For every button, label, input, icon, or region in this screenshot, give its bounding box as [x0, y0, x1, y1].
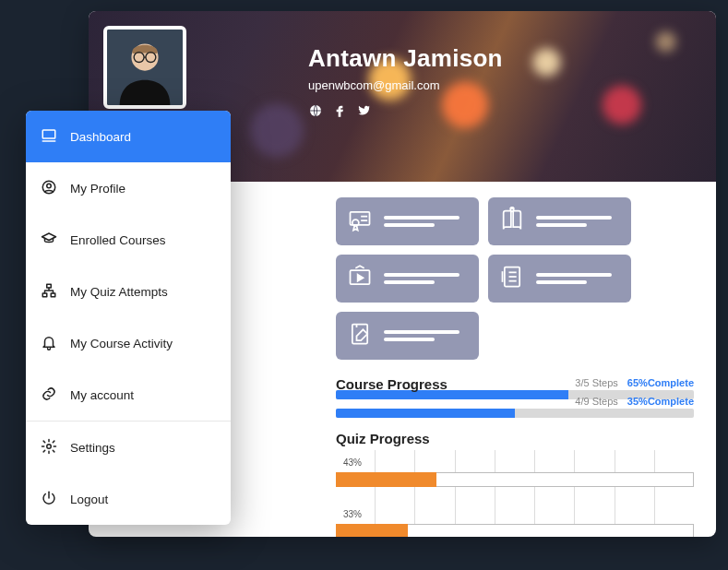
sidebar-item-label: Logout [70, 493, 108, 506]
steps-label: 3/5 Steps [575, 377, 617, 388]
main-content: Course Progress 3/5 Steps65%Complete4/9 … [328, 186, 701, 537]
sidebar-item-label: My Quiz Attempts [70, 285, 168, 299]
gear-icon [41, 438, 57, 457]
svg-point-20 [47, 184, 52, 188]
certificate-icon [347, 207, 373, 236]
facebook-icon[interactable] [332, 103, 347, 122]
sidebar-item-label: Settings [70, 441, 115, 455]
twitter-icon[interactable] [356, 103, 371, 122]
sidebar-item-label: My Course Activity [70, 337, 173, 350]
progress-bar [336, 409, 694, 418]
steps-label: 4/9 Steps [575, 396, 617, 407]
sidebar: DashboardMy ProfileEnrolled CoursesMy Qu… [26, 111, 231, 525]
checklist-icon [499, 264, 525, 293]
video-play-icon [347, 264, 373, 293]
sitemap-icon [41, 282, 57, 302]
sidebar-item-my-course-activity[interactable]: My Course Activity [26, 317, 231, 369]
sidebar-item-my-profile[interactable]: My Profile [26, 162, 231, 214]
quiz-bar-label: 43% [343, 457, 362, 468]
sidebar-item-my-quiz-attempts[interactable]: My Quiz Attempts [26, 266, 231, 317]
svg-point-24 [47, 444, 52, 448]
quiz-progress-chart: 43%33% [336, 450, 694, 537]
stat-tile[interactable] [336, 255, 479, 303]
bell-icon [41, 334, 57, 353]
social-links [308, 103, 503, 122]
sidebar-item-dashboard[interactable]: Dashboard [26, 111, 231, 162]
sidebar-item-label: Enrolled Courses [70, 233, 166, 247]
avatar[interactable] [103, 26, 186, 109]
quiz-bar-row: 33% [336, 507, 694, 537]
stat-tile[interactable] [488, 197, 631, 245]
user-circle-icon [41, 179, 57, 198]
graduation-cap-icon [41, 231, 57, 250]
note-edit-icon [347, 321, 373, 350]
sidebar-item-label: Dashboard [70, 130, 131, 144]
percent-complete: 35%Complete [627, 396, 694, 407]
quiz-bar-row: 43% [336, 456, 694, 498]
globe-icon[interactable] [308, 103, 323, 122]
user-name: Antawn Jamison [308, 44, 503, 73]
quiz-bar-label: 33% [343, 509, 362, 519]
power-icon [41, 490, 57, 509]
stat-tile[interactable] [488, 255, 631, 303]
quiz-progress-heading: Quiz Progress [336, 431, 694, 446]
stat-tile[interactable] [336, 197, 479, 245]
book-idea-icon [499, 207, 525, 236]
stat-tile[interactable] [336, 312, 479, 360]
sidebar-item-settings[interactable]: Settings [26, 422, 231, 473]
svg-rect-17 [42, 130, 55, 138]
sidebar-item-my-account[interactable]: My account [26, 369, 231, 421]
stat-tiles [336, 197, 694, 360]
sidebar-item-logout[interactable]: Logout [26, 473, 231, 525]
monitor-icon [41, 127, 57, 147]
user-email: upenwbcom@gmail.com [308, 78, 503, 92]
percent-complete: 65%Complete [627, 377, 694, 388]
sidebar-item-label: My account [70, 388, 134, 402]
sidebar-item-label: My Profile [70, 182, 125, 196]
sidebar-item-enrolled-courses[interactable]: Enrolled Courses [26, 214, 231, 266]
link-icon [41, 386, 57, 405]
